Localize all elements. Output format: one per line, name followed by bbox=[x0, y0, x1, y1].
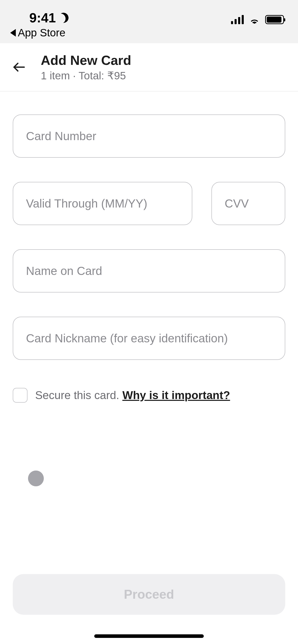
page-subtitle: 1 item · Total: ₹95 bbox=[41, 69, 131, 82]
status-right bbox=[231, 14, 284, 25]
dnd-moon-icon bbox=[57, 12, 70, 24]
back-triangle-icon bbox=[10, 29, 16, 37]
back-app-label: App Store bbox=[18, 27, 65, 39]
battery-icon bbox=[265, 15, 284, 24]
valid-through-input[interactable] bbox=[13, 182, 192, 225]
page-header: Add New Card 1 item · Total: ₹95 bbox=[0, 43, 298, 92]
secure-card-checkbox[interactable] bbox=[13, 388, 28, 403]
card-form: Secure this card. Why is it important? bbox=[0, 92, 298, 403]
status-bar: 9:41 App Store bbox=[0, 0, 298, 43]
home-indicator bbox=[94, 634, 204, 638]
card-nickname-input[interactable] bbox=[13, 317, 285, 360]
page-title: Add New Card bbox=[41, 53, 131, 68]
why-important-link[interactable]: Why is it important? bbox=[122, 389, 230, 401]
proceed-label: Proceed bbox=[124, 587, 174, 602]
status-time: 9:41 bbox=[29, 10, 69, 25]
card-number-input[interactable] bbox=[13, 114, 285, 158]
time-text: 9:41 bbox=[29, 10, 56, 25]
secure-card-row: Secure this card. Why is it important? bbox=[13, 388, 285, 403]
wifi-icon bbox=[249, 14, 260, 25]
cvv-input[interactable] bbox=[211, 182, 285, 225]
decorative-dot bbox=[28, 471, 44, 486]
arrow-left-icon bbox=[11, 60, 27, 75]
back-to-app[interactable]: App Store bbox=[10, 27, 65, 39]
name-on-card-input[interactable] bbox=[13, 249, 285, 292]
proceed-button[interactable]: Proceed bbox=[13, 574, 285, 615]
cellular-icon bbox=[231, 15, 244, 24]
back-button[interactable] bbox=[11, 60, 27, 75]
secure-card-label: Secure this card. bbox=[35, 389, 122, 401]
